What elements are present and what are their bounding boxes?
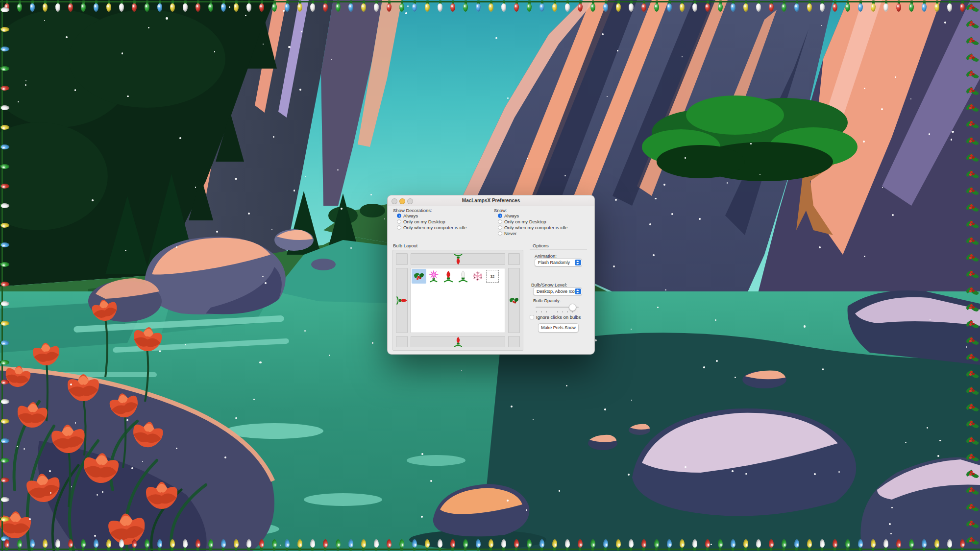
- holly-decoration[interactable]: [966, 20, 980, 31]
- radio-label: Only on my Desktop: [504, 219, 546, 224]
- holly-decoration[interactable]: [966, 120, 980, 131]
- animation-popup-value: Flash Randomly: [535, 260, 575, 265]
- holly-decoration[interactable]: [966, 453, 980, 464]
- pink-star-bulb-icon: [428, 270, 440, 283]
- radio-snow-always[interactable]: Always: [498, 213, 519, 218]
- slider-thumb[interactable]: [569, 304, 576, 311]
- bulb-canvas[interactable]: ↔ 32: [411, 268, 505, 333]
- ignore-clicks-checkbox[interactable]: [530, 315, 534, 319]
- bulb-opacity-slider[interactable]: [536, 304, 579, 311]
- radio-snow-desktop[interactable]: Only on my Desktop: [498, 219, 546, 224]
- radio-icon[interactable]: [397, 214, 401, 218]
- window-titlebar[interactable]: MacLampsX Preferences: [388, 195, 594, 206]
- radio-icon[interactable]: [498, 219, 502, 224]
- options-separator: [530, 249, 587, 250]
- radio-snow-never[interactable]: Never: [498, 231, 516, 236]
- holly-decoration[interactable]: [966, 386, 980, 398]
- radio-icon[interactable]: [498, 225, 502, 230]
- holly-decoration[interactable]: [966, 319, 980, 331]
- preferences-window: MacLampsX Preferences Show Decorations: …: [387, 195, 595, 355]
- radio-snow-idle[interactable]: Only when my computer is idle: [498, 225, 567, 230]
- ignore-clicks-row[interactable]: Ignore clicks on bulbs: [530, 314, 581, 320]
- holly-decoration[interactable]: [966, 53, 980, 65]
- edge-bottom-cell[interactable]: [411, 336, 505, 347]
- opacity-label: Bulb Opacity:: [533, 298, 561, 303]
- holly-decoration[interactable]: [966, 153, 980, 165]
- edge-top-cell[interactable]: [411, 253, 505, 265]
- palette-item-pink-star[interactable]: [426, 269, 441, 284]
- radio-icon[interactable]: [397, 219, 401, 224]
- holly-decoration[interactable]: [966, 253, 980, 264]
- holly-decoration[interactable]: [966, 403, 980, 414]
- holly-decoration[interactable]: [966, 369, 980, 381]
- holly-decoration[interactable]: [966, 203, 980, 215]
- radio-icon[interactable]: [498, 231, 502, 236]
- holly-decoration[interactable]: [966, 353, 980, 364]
- holly-decoration[interactable]: [966, 70, 980, 81]
- holly-decoration[interactable]: [966, 219, 980, 231]
- holly-decoration[interactable]: [966, 136, 980, 148]
- bulb-size-control[interactable]: ↔ 32: [486, 270, 499, 283]
- animation-label: Animation:: [535, 253, 557, 259]
- holly-edge-icon: [509, 296, 519, 306]
- holly-decoration[interactable]: [966, 469, 980, 481]
- radio-label: Never: [504, 231, 516, 236]
- edge-right-cell[interactable]: [508, 268, 520, 333]
- holly-decoration[interactable]: [966, 336, 980, 348]
- animation-popup[interactable]: Flash Randomly: [535, 259, 582, 266]
- edge-left-cell[interactable]: [396, 268, 408, 333]
- holly-icon: [413, 271, 425, 282]
- holly-decoration[interactable]: [966, 86, 980, 98]
- popup-stepper-icon: [575, 288, 581, 294]
- snow-label: Snow:: [494, 208, 507, 213]
- show-decorations-label: Show Decorations:: [393, 208, 432, 213]
- holly-decoration[interactable]: [966, 436, 980, 448]
- radio-label: Always: [504, 213, 519, 218]
- palette-item-size-control[interactable]: ↔ 32: [485, 269, 500, 284]
- corner-top-right-cell[interactable]: [508, 253, 520, 265]
- holly-decoration[interactable]: [966, 303, 980, 314]
- radio-label: Only when my computer is idle: [504, 225, 567, 230]
- holly-decoration[interactable]: [966, 503, 980, 514]
- corner-bottom-right-cell[interactable]: [508, 336, 520, 347]
- radio-decorations-desktop[interactable]: Only on my Desktop: [397, 219, 445, 224]
- holly-decoration[interactable]: [966, 169, 980, 181]
- holly-decoration[interactable]: [966, 103, 980, 115]
- holly-decoration[interactable]: [966, 419, 980, 431]
- holly-decoration[interactable]: [966, 3, 980, 15]
- level-popup[interactable]: Desktop, Above Icons: [533, 287, 582, 295]
- radio-icon[interactable]: [397, 225, 401, 230]
- radio-icon[interactable]: [498, 214, 502, 218]
- red-bulb-up-icon: [453, 336, 463, 347]
- palette-item-holly[interactable]: [412, 269, 426, 284]
- popup-stepper-icon: [575, 260, 581, 265]
- make-prefs-snow-button[interactable]: Make Prefs Snow: [538, 323, 579, 333]
- palette-item-white-bulb[interactable]: [456, 269, 470, 284]
- palette-item-red-bulb[interactable]: [441, 269, 456, 284]
- holly-decoration[interactable]: [966, 236, 980, 248]
- corner-bottom-left-cell[interactable]: [396, 336, 408, 347]
- level-popup-value: Desktop, Above Icons: [534, 289, 575, 294]
- bulb-layout-editor: ↔ 32: [392, 250, 523, 351]
- snowflake-icon: [472, 271, 483, 282]
- window-title: MacLampsX Preferences: [388, 195, 594, 206]
- red-bulb-icon: [443, 270, 454, 283]
- holly-decoration[interactable]: [966, 286, 980, 298]
- palette-item-snowflake[interactable]: [470, 269, 485, 284]
- holly-decoration[interactable]: [966, 486, 980, 498]
- radio-decorations-idle[interactable]: Only when my computer is idle: [397, 225, 466, 230]
- holly-decoration[interactable]: [966, 36, 980, 48]
- radio-decorations-always[interactable]: Always: [397, 213, 418, 218]
- opacity-slider-ticks: [536, 311, 578, 312]
- white-bulb-icon: [458, 270, 468, 283]
- ignore-clicks-label: Ignore clicks on bulbs: [536, 314, 581, 320]
- holly-decoration[interactable]: [966, 269, 980, 281]
- bulb-size-value: 32: [490, 274, 494, 279]
- holly-decoration[interactable]: [966, 536, 980, 548]
- level-label: Bulb/Snow Level:: [531, 282, 567, 287]
- bulb-layout-label: Bulb Layout: [393, 243, 417, 248]
- corner-top-left-cell[interactable]: [396, 253, 408, 265]
- holly-decoration[interactable]: [966, 519, 980, 531]
- bulb-palette: ↔ 32: [412, 269, 500, 284]
- holly-decoration[interactable]: [966, 186, 980, 198]
